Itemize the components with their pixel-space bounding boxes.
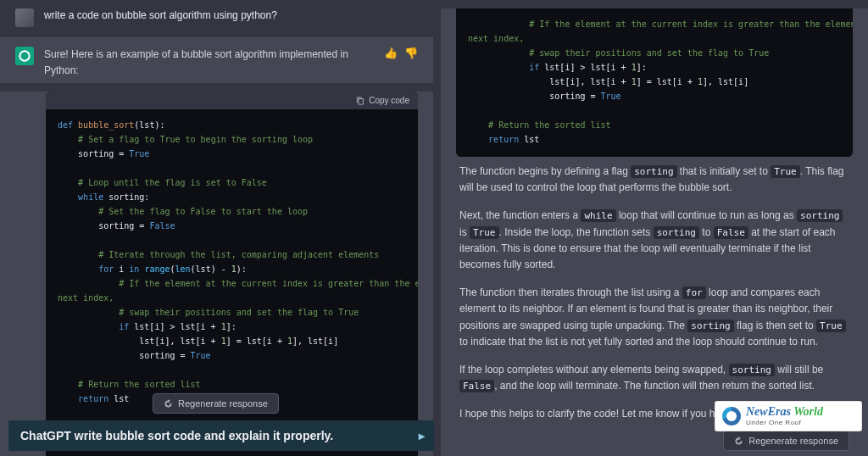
- refresh-icon: [734, 437, 743, 446]
- thumbs-up-icon[interactable]: 👍: [384, 47, 398, 59]
- assistant-message-row: Sure! Here is an example of a bubble sor…: [0, 36, 433, 83]
- explain-para-4: If the loop completes without any elemen…: [459, 362, 849, 394]
- copy-code-button[interactable]: Copy code: [356, 96, 409, 105]
- caption-text: ChatGPT write bubble sort code and expla…: [20, 429, 333, 442]
- assistant-intro-text: Sure! Here is an example of a bubble sor…: [44, 48, 348, 76]
- chatgpt-avatar: [15, 47, 34, 65]
- user-message-text: write a code on bubble sort algorithm us…: [44, 8, 277, 23]
- openai-icon: [18, 49, 31, 63]
- regenerate-label: Regenerate response: [178, 398, 268, 409]
- regenerate-label: Regenerate response: [748, 436, 838, 446]
- play-icon: ▸: [419, 429, 425, 442]
- brand-name-b: World: [791, 405, 823, 418]
- brand-badge: NewEras World Under One Roof: [715, 402, 861, 431]
- brand-tagline: Under One Roof: [746, 420, 823, 426]
- code-block-continuation: # If the element at the current index is…: [456, 8, 853, 157]
- user-message-row: write a code on bubble sort algorithm us…: [0, 0, 433, 36]
- explain-para-3: The function then iterates through the l…: [459, 285, 849, 350]
- explain-para-2: Next, the function enters a while loop t…: [459, 208, 849, 273]
- explanation-body: The function begins by defining a flag s…: [441, 157, 868, 422]
- copy-icon: [356, 97, 364, 105]
- brand-name-a: NewEras: [746, 405, 791, 418]
- code-content-right[interactable]: # If the element at the current index is…: [456, 8, 853, 157]
- copy-code-label: Copy code: [369, 96, 409, 105]
- explain-para-1: The function begins by defining a flag s…: [459, 164, 849, 196]
- user-avatar: [15, 8, 34, 27]
- regenerate-response-button[interactable]: Regenerate response: [153, 393, 279, 414]
- feedback-icons: 👍 👎: [384, 47, 418, 59]
- caption-banner: ChatGPT write bubble sort code and expla…: [8, 420, 434, 451]
- brand-logo-icon: [722, 407, 741, 425]
- regenerate-response-button[interactable]: Regenerate response: [723, 431, 849, 451]
- refresh-icon: [164, 399, 173, 409]
- thumbs-down-icon[interactable]: 👎: [404, 47, 418, 59]
